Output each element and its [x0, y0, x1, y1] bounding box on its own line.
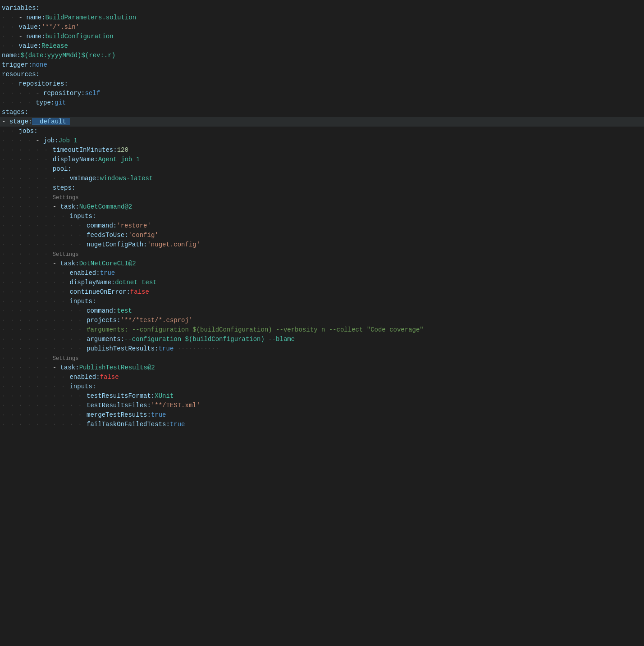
indent-guide-dot: · ·	[36, 175, 53, 182]
indent-guide-dot: · ·	[69, 307, 87, 314]
editor-line: · · · · · · · · · · testResultsFiles:'**…	[0, 401, 644, 410]
indent-guide-dot: · ·	[2, 298, 19, 305]
indent-guide-dot: · ·	[19, 392, 36, 400]
line-content: · · · · · · · · · · command:test	[0, 306, 637, 316]
indent-guide-dot: · ·	[19, 402, 36, 409]
settings-label[interactable]: Settings	[53, 355, 79, 362]
indent-guide-dot: · ·	[53, 175, 70, 182]
indent-guide-dot: · ·	[36, 194, 53, 201]
yaml-key: task:	[60, 364, 79, 371]
line-content: · · · · - job:Job_1	[0, 136, 637, 146]
editor-line: · · · · · · · · continueOnError:false	[0, 287, 644, 297]
yaml-key: testResultsFormat:	[87, 392, 155, 400]
indent-guide-dot: · ·	[69, 336, 87, 343]
yaml-bool-value: false	[100, 373, 119, 381]
yaml-string-value: '**/TEST.xml'	[151, 402, 200, 409]
indent-guide-dot: · ·	[53, 392, 70, 400]
indent-guide-dot: · ·	[2, 421, 19, 428]
yaml-key: repositories:	[19, 80, 68, 87]
settings-label[interactable]: Settings	[53, 251, 79, 258]
yaml-dash: -	[53, 203, 60, 210]
indent-guide-dot: · ·	[2, 336, 19, 343]
yaml-key: trigger:	[2, 61, 32, 68]
indent-guide-dot: · ·	[19, 411, 36, 419]
editor-line: trigger:none	[0, 60, 644, 70]
indent-guide-dot: · ·	[2, 146, 19, 154]
indent-guide-dot: · ·	[36, 250, 53, 258]
indent-guide-dot: · ·	[2, 250, 19, 258]
indent-guide-dot: · ·	[36, 288, 53, 296]
editor-line: · · · · - repository:self	[0, 89, 644, 98]
indent-guide-dot: · ·	[36, 279, 53, 286]
yaml-string-value: '**/*test/*.csproj'	[121, 317, 193, 324]
indent-guide-dot: · ·	[53, 383, 70, 390]
line-content: · · repositories:	[0, 79, 637, 89]
yaml-key: enabled:	[69, 373, 100, 381]
editor-line: · · · · - job:Job_1	[0, 136, 644, 146]
yaml-key: variables:	[2, 5, 40, 12]
editor-line: · · · · · · · · enabled:true	[0, 268, 644, 278]
line-content: · · · · · · Settings	[0, 354, 637, 363]
indent-guide-dot: · ·	[19, 373, 36, 381]
indent-guide-dot: · ·	[2, 213, 19, 220]
yaml-key: command:	[87, 222, 117, 229]
indent-guide-dot: · ·	[2, 99, 19, 106]
yaml-key: displayName:	[53, 156, 98, 163]
line-content: · · · · · · · · vmImage:windows-latest	[0, 174, 637, 183]
yaml-dash: -	[53, 260, 60, 267]
code-editor[interactable]: variables:· · - name:BuildParameters.sol…	[0, 0, 644, 433]
line-content: · · · · · · · · inputs:	[0, 212, 637, 221]
yaml-identifier: dotnet test	[115, 279, 156, 286]
indent-guide-dot: · ·	[53, 232, 70, 239]
yaml-key: projects:	[87, 317, 121, 324]
yaml-key: task:	[60, 203, 79, 210]
line-content: · · · · · · · · enabled:true	[0, 268, 637, 278]
editor-line: · · · · · · displayName:Agent job 1	[0, 155, 644, 164]
indent-guide-dot: · ·	[36, 383, 53, 390]
editor-line: · · · · · · timeoutInMinutes:120	[0, 146, 644, 155]
indent-guide-dot: · ·	[69, 241, 87, 248]
editor-line: name:$(date:yyyyMMdd)$(rev:.r)	[0, 51, 644, 60]
editor-line: · · · · · · · · enabled:false	[0, 373, 644, 382]
line-content: · · · · · · · · · · arguments:--configur…	[0, 335, 637, 344]
editor-line: · · · · · · · · inputs:	[0, 297, 644, 306]
line-content: · · - name:BuildParameters.solution	[0, 13, 637, 23]
indent-guide-dot: · ·	[36, 222, 53, 229]
yaml-key: resources:	[2, 71, 40, 78]
editor-line: · · · · · · · · · · projects:'**/*test/*…	[0, 316, 644, 325]
indent-guide-dot: · ·	[69, 421, 87, 428]
editor-line: · · · · · · · · inputs:	[0, 382, 644, 391]
indent-guide-dot: · ·	[36, 402, 53, 409]
indent-guide-dot: · ·	[19, 421, 36, 428]
indent-guide-dot: · ·	[36, 241, 53, 248]
line-content: · · · · · · · · · · mergeTestResults:tru…	[0, 410, 637, 420]
indent-guide-dot: · ·	[2, 269, 19, 277]
indent-guide-dot: · ·	[2, 14, 19, 21]
indent-guide-dot: · ·	[2, 279, 19, 286]
line-content: · · · · · · pool:	[0, 164, 637, 174]
yaml-keyword: none	[32, 61, 47, 68]
indent-guide-dot: · ·	[19, 146, 36, 154]
settings-label[interactable]: Settings	[53, 195, 79, 201]
yaml-key: job:	[43, 137, 59, 144]
yaml-key: displayName:	[69, 279, 115, 286]
line-content: · · · · · · - task:NuGetCommand@2	[0, 202, 637, 212]
editor-line: · · · · · · steps:	[0, 183, 644, 193]
yaml-identifier: buildConfiguration	[45, 33, 113, 40]
yaml-key: enabled:	[69, 269, 100, 277]
indent-guide-dot: · ·	[36, 203, 53, 210]
indent-guide-dot: · ·	[53, 411, 70, 419]
yaml-identifier: test	[117, 307, 132, 314]
yaml-number-value: 120	[117, 146, 128, 154]
editor-line: · · · · · · · · · · feedsToUse:'config'	[0, 231, 644, 240]
yaml-key: mergeTestResults:	[87, 411, 151, 419]
yaml-string-value: 'restore'	[117, 222, 151, 229]
indent-guide-dot: · ·	[36, 364, 53, 371]
yaml-key: type:	[36, 99, 55, 106]
line-content: · · · · · · · · · · testResultsFiles:'**…	[0, 401, 637, 410]
indent-guide-dot: · ·	[36, 326, 53, 333]
indent-guide-dot: · ·	[53, 307, 70, 314]
indent-guide-dot: · ·	[2, 33, 19, 40]
editor-line: · · · · · · · · · · command:test	[0, 306, 644, 316]
indent-guide-dot: · ·	[2, 307, 19, 314]
